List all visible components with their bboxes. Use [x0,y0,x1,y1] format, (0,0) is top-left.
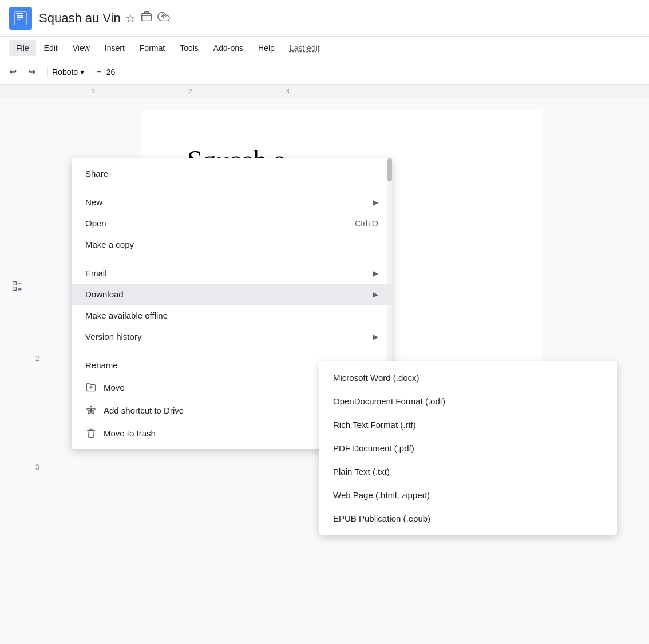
title-icon-group: ☆ [125,10,170,26]
download-odt-label: OpenDocument Format (.odt) [333,396,445,406]
app-layout: Squash au Vin ☆ [0,0,649,644]
menu-item-email[interactable]: Email ▶ [72,263,392,284]
menu-last-edit[interactable]: Last edit [283,40,327,56]
download-epub-label: EPUB Publication (.epub) [333,514,430,523]
redo-button[interactable]: ↪ [23,64,40,79]
download-txt-label: Plain Text (.txt) [333,467,390,476]
divider-1 [72,188,392,188]
sidebar [0,197,34,297]
menu-bar: File Edit View Insert Format Tools Add-o… [0,37,649,59]
menu-view[interactable]: View [66,40,97,56]
rename-label: Rename [85,360,118,370]
download-docx[interactable]: Microsoft Word (.docx) [319,366,617,389]
menu-item-share[interactable]: Share [72,163,392,184]
trash-icon [85,427,97,439]
menu-help[interactable]: Help [251,40,282,56]
download-epub[interactable]: EPUB Publication (.epub) [319,507,617,530]
menu-insert[interactable]: Insert [98,40,132,56]
download-submenu: Microsoft Word (.docx) OpenDocument Form… [319,361,617,535]
download-rtf[interactable]: Rich Text Format (.rtf) [319,413,617,436]
email-chevron-icon: ▶ [373,269,378,277]
divider-2 [72,259,392,259]
download-chevron-icon: ▶ [373,291,378,299]
menu-tools[interactable]: Tools [173,40,205,56]
page-num-2: 2 [35,350,39,367]
download-docx-label: Microsoft Word (.docx) [333,373,420,383]
page-num-3: 3 [35,459,39,476]
document-title: Squash au Vin [39,11,121,26]
download-pdf-label: PDF Document (.pdf) [333,443,414,453]
trash-label: Move to trash [104,428,156,438]
font-dropdown-icon: ▾ [80,67,84,77]
title-bar: Squash au Vin ☆ [0,0,649,37]
main-content: Squash a -virgin olive oil, divided mush… [0,98,649,644]
download-rtf-label: Rich Text Format (.rtf) [333,420,416,430]
menu-item-open[interactable]: Open Ctrl+O [72,213,392,234]
download-html[interactable]: Web Page (.html, zipped) [319,483,617,507]
offline-label: Make available offline [85,311,168,320]
download-pdf[interactable]: PDF Document (.pdf) [319,436,617,460]
divider-3 [72,351,392,351]
font-size-value: 26 [104,67,118,77]
font-name: Roboto [52,67,78,77]
menu-item-new[interactable]: New ▶ [72,192,392,213]
new-label: New [85,197,102,207]
menu-file[interactable]: File [9,40,36,56]
star-icon[interactable]: ☆ [125,11,136,25]
top-section: Squash au Vin ☆ [0,0,649,98]
move-icon[interactable] [140,10,153,26]
download-txt[interactable]: Plain Text (.txt) [319,460,617,483]
move-label: Move [104,383,125,392]
ruler-mark-1: 1 [92,88,95,94]
share-label: Share [85,169,108,178]
add-shortcut-label: Add shortcut to Drive [104,406,184,415]
version-history-label: Version history [85,332,141,341]
download-label: Download [85,289,124,299]
svg-rect-4 [17,15,23,17]
download-odt[interactable]: OpenDocument Format (.odt) [319,389,617,413]
version-history-chevron-icon: ▶ [373,333,378,341]
page-numbers: 2 3 [35,350,39,476]
email-label: Email [85,268,107,278]
svg-rect-9 [13,282,17,285]
ruler: 1 2 3 [0,85,649,98]
menu-item-offline[interactable]: Make available offline [72,305,392,326]
menu-edit[interactable]: Edit [37,40,65,56]
open-label: Open [85,218,106,228]
ruler-mark-3: 3 [286,88,290,94]
svg-rect-5 [17,17,23,18]
svg-rect-7 [141,14,151,21]
move-folder-icon [85,381,97,393]
outline-button[interactable] [6,275,29,297]
svg-rect-10 [13,287,17,291]
download-html-label: Web Page (.html, zipped) [333,490,430,500]
open-shortcut: Ctrl+O [355,219,378,228]
font-selector[interactable]: Roboto ▾ [47,66,89,78]
app-icon [9,7,32,30]
toolbar: ↩ ↪ Roboto ▾ − 26 [0,59,649,85]
menu-item-version-history[interactable]: Version history ▶ [72,326,392,347]
ruler-mark-2: 2 [189,88,192,94]
cloud-icon[interactable] [157,10,170,26]
new-chevron-icon: ▶ [373,198,378,206]
menu-addons[interactable]: Add-ons [207,40,250,56]
svg-rect-0 [16,13,23,14]
make-copy-label: Make a copy [85,240,134,249]
svg-rect-6 [17,19,21,20]
font-size-decrease-icon[interactable]: − [96,67,101,77]
menu-format[interactable]: Format [133,40,172,56]
menu-item-download[interactable]: Download ▶ [72,284,392,305]
menu-item-make-copy[interactable]: Make a copy [72,234,392,255]
undo-button[interactable]: ↩ [5,64,21,79]
shortcut-drive-icon [85,404,97,416]
